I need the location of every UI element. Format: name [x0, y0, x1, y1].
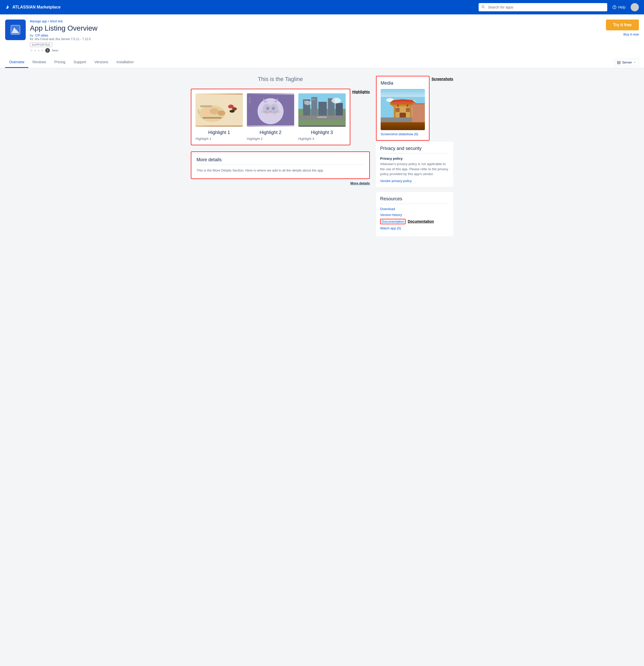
documentation-annotation-label[interactable]: Documentation — [408, 220, 434, 224]
app-title: App Listing Overview — [30, 24, 602, 32]
highlights-with-annotation: sushi Highlight 1 Highlight 1 — [191, 89, 370, 152]
tab-support[interactable]: Support — [69, 57, 90, 68]
app-compat: for Jira Cloud and Jira Server 7.0.11 - … — [30, 37, 602, 41]
svg-rect-9 — [617, 63, 620, 64]
highlight-1-title: Highlight 1 — [195, 130, 243, 135]
app-header-top: Manage app • Short link App Listing Over… — [5, 20, 639, 53]
server-icon — [617, 61, 621, 64]
slideshow-link[interactable]: Screenshot slideshow (6) — [381, 132, 425, 136]
svg-point-19 — [229, 110, 234, 112]
svg-rect-7 — [617, 61, 620, 62]
vendor-privacy-link[interactable]: Vendor privacy policy — [380, 179, 412, 183]
tagline: This is the Tagline — [191, 76, 370, 83]
svg-point-47 — [304, 101, 311, 105]
logo-text: ATLASSIAN Marketplace — [12, 5, 60, 10]
media-image[interactable] — [381, 89, 425, 130]
sushi-illustration: sushi — [195, 93, 243, 127]
more-details-link[interactable]: More details — [350, 181, 370, 185]
resources-title: Resources — [380, 196, 449, 204]
svg-rect-15 — [200, 105, 212, 107]
documentation-box: Documentation — [380, 219, 405, 224]
app-by: by CP-atlas — [30, 33, 602, 37]
svg-rect-16 — [203, 117, 222, 119]
download-link[interactable]: Download — [380, 207, 449, 211]
svg-point-27 — [266, 107, 269, 110]
tab-reviews[interactable]: Reviews — [28, 57, 50, 68]
help-button[interactable]: Help — [612, 5, 626, 9]
tab-versions[interactable]: Versions — [90, 57, 112, 68]
search-icon — [481, 5, 485, 10]
cat-illustration: Highlight 2 — [247, 93, 294, 127]
highlight-3-image — [298, 93, 346, 127]
app-icon-box — [5, 20, 26, 40]
manage-app-link[interactable]: Manage app — [30, 20, 47, 23]
watch-app-link[interactable]: Watch app (0) — [380, 226, 449, 230]
tab-overview[interactable]: Overview — [5, 57, 28, 68]
svg-rect-66 — [412, 103, 425, 104]
highlight-2-title: Highlight 2 — [247, 130, 294, 135]
svg-rect-48 — [298, 116, 346, 120]
try-free-button[interactable]: Try it free — [606, 20, 639, 30]
app-rating: ★★★★ 0 New! — [30, 48, 602, 53]
highlight-1-desc: Highlight 1 — [195, 137, 243, 141]
svg-point-14 — [217, 110, 225, 116]
resources-section: Resources Download Version history Docum… — [376, 192, 453, 236]
documentation-link[interactable]: Documentation — [382, 220, 404, 224]
nav-tabs: Overview Reviews Pricing Support Version… — [5, 57, 639, 68]
content-right: Media — [376, 76, 453, 236]
more-details-title: More details — [196, 157, 364, 165]
svg-text:Highlight 2: Highlight 2 — [249, 97, 251, 105]
author-link[interactable]: CP-atlas — [35, 33, 48, 37]
highlight-1: sushi Highlight 1 Highlight 1 — [195, 93, 243, 141]
version-history-link[interactable]: Version history — [380, 213, 449, 217]
user-avatar[interactable] — [631, 3, 639, 11]
server-select[interactable]: Server — [614, 59, 639, 66]
svg-text:sushi: sushi — [197, 109, 199, 113]
atlassian-logo: ATLASSIAN Marketplace — [5, 5, 60, 10]
privacy-section: Privacy and security Privacy policy Atla… — [376, 142, 453, 187]
more-details-link-row: More details — [191, 181, 370, 185]
app-icon — [9, 23, 22, 36]
svg-rect-49 — [317, 117, 327, 118]
privacy-text: Atlassian's privacy policy is not applic… — [380, 161, 449, 177]
avatar-icon — [632, 5, 637, 10]
screenshots-annotation-label[interactable]: Screenshots — [432, 77, 453, 81]
manage-links: Manage app • Short link — [30, 20, 602, 23]
highlight-2: Highlight 2 Highlight 2 Highlight 2 — [247, 93, 294, 141]
highlight-3: Highlight 3 Highlight 3 — [298, 93, 346, 141]
highlight-3-title: Highlight 3 — [298, 130, 346, 135]
svg-rect-61 — [406, 108, 410, 112]
search-input[interactable] — [478, 3, 607, 11]
svg-rect-44 — [312, 99, 313, 100]
main-header: ATLASSIAN Marketplace Help — [0, 0, 644, 14]
svg-point-29 — [268, 110, 272, 113]
highlights-annotation-label[interactable]: Highlights — [352, 90, 370, 94]
short-link[interactable]: Short link — [50, 20, 63, 23]
rating-count: 0 — [45, 48, 50, 53]
city-illustration — [298, 93, 346, 127]
chevron-down-icon — [633, 61, 636, 64]
highlight-1-image: sushi — [195, 93, 243, 127]
help-label: Help — [618, 5, 626, 9]
search-bar[interactable] — [478, 3, 607, 11]
svg-point-13 — [210, 108, 219, 115]
app-info: Manage app • Short link App Listing Over… — [30, 20, 602, 53]
atlassian-logo-icon — [5, 5, 10, 10]
svg-point-3 — [614, 8, 615, 8]
content-left: This is the Tagline — [191, 76, 370, 236]
svg-point-46 — [331, 98, 341, 103]
highlight-3-desc: Highlight 3 — [298, 137, 346, 141]
new-badge: New! — [52, 49, 58, 52]
svg-rect-60 — [396, 108, 399, 112]
buy-now-link[interactable]: Buy it now — [623, 32, 639, 36]
server-label: Server — [622, 60, 632, 64]
svg-line-1 — [484, 7, 485, 8]
highlights-grid: sushi Highlight 1 Highlight 1 — [195, 93, 346, 141]
app-header-section: Manage app • Short link App Listing Over… — [0, 14, 644, 68]
svg-rect-38 — [311, 97, 317, 118]
tab-pricing[interactable]: Pricing — [50, 57, 69, 68]
media-box: Media — [376, 76, 430, 141]
svg-point-68 — [406, 104, 408, 107]
tab-installation[interactable]: Installation — [112, 57, 138, 68]
svg-rect-65 — [412, 103, 425, 122]
